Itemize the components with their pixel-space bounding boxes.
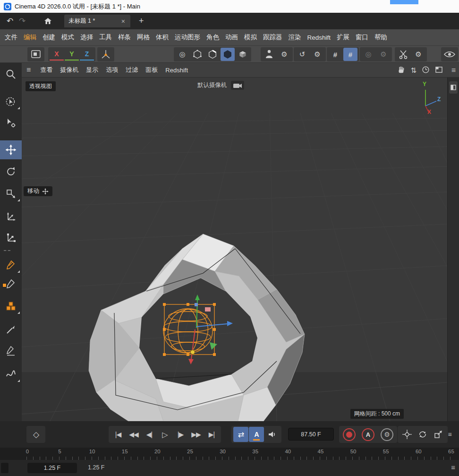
axis-x-button[interactable]: X bbox=[50, 48, 64, 61]
menu-help[interactable]: 帮助 bbox=[374, 33, 387, 42]
autokey-toggle-button[interactable]: A bbox=[362, 428, 374, 441]
play-button[interactable]: ▷ bbox=[157, 427, 172, 442]
camera-icon[interactable] bbox=[231, 81, 244, 90]
menu-extensions[interactable]: 扩展 bbox=[337, 33, 349, 42]
playback-time-field[interactable]: 87.50 F bbox=[288, 428, 334, 441]
vpmenu-redshift[interactable]: Redshift bbox=[165, 67, 188, 74]
coordinate-system-icon[interactable] bbox=[99, 48, 113, 61]
pen-tool[interactable] bbox=[0, 275, 22, 294]
next-key-button[interactable]: ▶▶ bbox=[188, 427, 204, 442]
previous-frame-button[interactable]: ◀| bbox=[142, 427, 157, 442]
viewport-hamburger-icon[interactable]: ≡ bbox=[26, 66, 31, 74]
document-tab[interactable]: 未标题 1 * × bbox=[64, 15, 130, 27]
tab-close-icon[interactable]: × bbox=[120, 17, 126, 25]
menu-simulate[interactable]: 模拟 bbox=[244, 33, 257, 42]
live-selection-tool[interactable] bbox=[0, 92, 22, 111]
menu-select[interactable]: 选择 bbox=[80, 33, 93, 42]
view-label[interactable]: 透视视图 bbox=[26, 81, 56, 91]
brush-tool[interactable] bbox=[0, 320, 22, 339]
record-keyframe-button[interactable] bbox=[343, 428, 356, 441]
menu-redshift[interactable]: Redshift bbox=[307, 34, 331, 41]
render-view-icon[interactable]: ◎ bbox=[361, 48, 375, 61]
menu-mode[interactable]: 模式 bbox=[61, 33, 74, 42]
mode-points-icon[interactable] bbox=[190, 48, 204, 61]
menu-tracker[interactable]: 跟踪器 bbox=[263, 33, 282, 42]
pan-hand-icon[interactable] bbox=[397, 65, 405, 75]
rotate-settings-gear-icon[interactable]: ⚙ bbox=[310, 48, 324, 61]
menu-animate[interactable]: 动画 bbox=[225, 33, 238, 42]
vpmenu-options[interactable]: 选项 bbox=[106, 66, 118, 74]
keyframe-settings-button[interactable]: ⚙ bbox=[381, 428, 393, 441]
mode-edges-icon[interactable] bbox=[205, 48, 220, 61]
viewport-canvas[interactable] bbox=[22, 78, 447, 421]
mode-texture-icon[interactable] bbox=[236, 48, 250, 61]
rotate-tool[interactable] bbox=[0, 162, 22, 181]
spline-smooth-tool[interactable] bbox=[0, 365, 22, 384]
vpmenu-display[interactable]: 显示 bbox=[86, 66, 98, 74]
go-to-end-button[interactable]: ▶| bbox=[204, 427, 219, 442]
key-rotation-icon[interactable] bbox=[415, 427, 430, 442]
axis-y-button[interactable]: Y bbox=[65, 48, 79, 61]
status-menu-icon[interactable]: ≡ bbox=[451, 463, 455, 471]
zoom-tool[interactable] bbox=[0, 65, 22, 84]
frame-step-box[interactable] bbox=[1, 463, 8, 473]
axis-z-button[interactable]: Z bbox=[80, 48, 94, 61]
go-to-start-button[interactable]: |◀ bbox=[110, 427, 126, 442]
polygon-modeling-tool[interactable] bbox=[0, 297, 22, 316]
new-tab-button[interactable]: + bbox=[139, 16, 144, 26]
sketch-pen-tool[interactable] bbox=[0, 341, 22, 360]
menu-render[interactable]: 渲染 bbox=[289, 33, 301, 42]
vpmenu-cameras[interactable]: 摄像机 bbox=[60, 66, 78, 74]
axis-scale-tool[interactable] bbox=[0, 228, 22, 247]
move-tool[interactable] bbox=[0, 140, 22, 159]
render-settings-gear-icon[interactable]: ⚙ bbox=[376, 48, 391, 61]
menu-create[interactable]: 创建 bbox=[42, 33, 55, 42]
menu-volume[interactable]: 体积 bbox=[156, 33, 169, 42]
cut-settings-gear-icon[interactable]: ⚙ bbox=[411, 48, 425, 61]
spline-pen-tool[interactable] bbox=[0, 256, 22, 275]
u-rotate-icon[interactable]: ↺ bbox=[295, 48, 309, 61]
workplane-icon[interactable] bbox=[29, 48, 43, 61]
next-frame-button[interactable]: |▶ bbox=[173, 427, 188, 442]
people-settings-gear-icon[interactable]: ⚙ bbox=[277, 48, 291, 61]
menu-mesh[interactable]: 网格 bbox=[137, 33, 150, 42]
vpmenu-panel[interactable]: 面板 bbox=[145, 66, 158, 74]
free-move-tool[interactable] bbox=[0, 207, 22, 226]
layout-menu-icon[interactable]: ≡ bbox=[451, 63, 456, 78]
maximize-view-icon[interactable] bbox=[435, 66, 443, 75]
scale-tool[interactable] bbox=[0, 184, 22, 203]
loop-playback-button[interactable]: ⇄ bbox=[233, 427, 248, 442]
previous-key-button[interactable]: ◀◀ bbox=[126, 427, 141, 442]
vpmenu-filter[interactable]: 过滤 bbox=[126, 66, 138, 74]
redo-icon[interactable]: ↷ bbox=[16, 16, 28, 26]
key-position-icon[interactable] bbox=[400, 427, 415, 442]
menu-tools[interactable]: 工具 bbox=[99, 33, 112, 42]
keyframe-diamond-icon[interactable]: ◇ bbox=[28, 427, 43, 442]
grid-icon[interactable]: # bbox=[328, 48, 342, 61]
mode-model-icon[interactable]: ◎ bbox=[175, 48, 189, 61]
eye-icon[interactable] bbox=[442, 48, 457, 61]
timeline-menu-icon[interactable]: ≡ bbox=[442, 427, 457, 442]
timeline-ruler[interactable]: 0 5 10 15 20 25 30 35 40 45 50 55 60 65 bbox=[0, 448, 459, 460]
menu-character[interactable]: 角色 bbox=[206, 33, 219, 42]
vpmenu-view[interactable]: 查看 bbox=[40, 66, 52, 74]
sound-button[interactable] bbox=[264, 427, 280, 442]
current-frame-field[interactable]: 1.25 F bbox=[27, 463, 77, 473]
viewport[interactable]: 透视视图 默认摄像机 移动 网格间距 : 500 cm Y Z X bbox=[22, 78, 447, 421]
selection-settings-tool[interactable] bbox=[0, 113, 22, 132]
menu-edit[interactable]: 编辑 bbox=[24, 33, 36, 42]
autokey-button[interactable]: A bbox=[249, 427, 264, 442]
menu-file[interactable]: 文件 bbox=[5, 33, 17, 42]
view-history-clock-icon[interactable] bbox=[422, 66, 430, 75]
menu-window[interactable]: 窗口 bbox=[356, 33, 368, 42]
home-icon[interactable] bbox=[42, 17, 54, 25]
dolly-icon[interactable]: ⇅ bbox=[410, 66, 416, 75]
camera-label[interactable]: 默认摄像机 bbox=[197, 81, 227, 89]
undo-icon[interactable]: ↶ bbox=[4, 16, 16, 26]
menu-mograph[interactable]: 运动图形 bbox=[175, 33, 200, 42]
window-control-highlight[interactable] bbox=[390, 0, 418, 4]
panel-expand-button[interactable] bbox=[449, 81, 458, 94]
scissors-icon[interactable] bbox=[396, 48, 410, 61]
menu-spline[interactable]: 样条 bbox=[118, 33, 131, 42]
grid-active-icon[interactable]: # bbox=[343, 48, 357, 61]
